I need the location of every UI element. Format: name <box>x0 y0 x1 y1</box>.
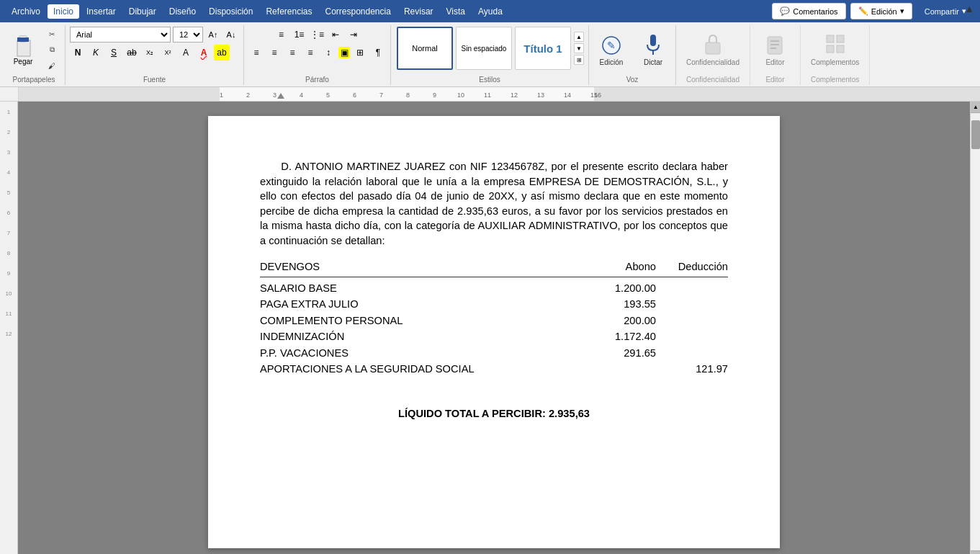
menu-disposicion[interactable]: Disposición <box>203 4 259 19</box>
menu-insertar[interactable]: Insertar <box>81 4 122 19</box>
edicion-icon: ✎ <box>600 34 623 57</box>
menu-referencias[interactable]: Referencias <box>260 4 318 19</box>
editor-button[interactable]: Editor <box>757 31 793 69</box>
pilcrow-button[interactable]: ¶ <box>370 45 386 61</box>
style-normal-label: Normal <box>412 44 437 53</box>
svg-rect-5 <box>650 35 656 46</box>
style-normal[interactable]: Normal <box>397 27 453 70</box>
menu-revisar[interactable]: Revisar <box>398 4 439 19</box>
style-titulo1[interactable]: Título 1 <box>515 27 571 70</box>
dictar-button[interactable]: Dictar <box>635 31 671 69</box>
svg-text:14: 14 <box>564 91 571 99</box>
document-paragraph[interactable]: D. ANTONIO MARTINEZ JUAREZ con NIF 12345… <box>260 159 728 248</box>
ribbon-group-estilos: Normal Sin espaciado Título 1 ▲ ▼ ⊞ Esti… <box>391 25 589 85</box>
align-left-button[interactable]: ≡ <box>248 45 264 61</box>
svg-text:8: 8 <box>406 91 410 99</box>
multilevel-button[interactable]: ⋮≡ <box>310 27 325 43</box>
format-painter-button[interactable]: 🖌 <box>43 58 60 73</box>
menu-inicio[interactable]: Inicio <box>48 4 79 19</box>
line-spacing-button[interactable]: ↕ <box>320 45 336 61</box>
strikethrough-button[interactable]: ab <box>124 45 140 61</box>
ribbon-group-complementos: Complementos Complementos <box>801 25 870 85</box>
vertical-scrollbar[interactable]: ▲ ▼ <box>970 102 980 554</box>
styles-expand[interactable]: ⊞ <box>574 55 584 65</box>
numbering-button[interactable]: 1≡ <box>292 27 307 43</box>
dictar-label: Dictar <box>644 58 662 66</box>
highlight-button[interactable]: ab <box>214 45 230 61</box>
style-sin-espaciado-label: Sin espaciado <box>462 45 507 53</box>
styles-scroll-down[interactable]: ▼ <box>574 43 584 53</box>
edicion-button[interactable]: ✎ Edición <box>593 31 629 69</box>
svg-text:2: 2 <box>246 91 250 99</box>
complementos-icon <box>824 34 847 57</box>
bold-button[interactable]: N <box>70 45 86 61</box>
menu-ayuda[interactable]: Ayuda <box>472 4 508 19</box>
svg-marker-33 <box>277 93 284 99</box>
underline-button[interactable]: S <box>106 45 122 61</box>
col-devengos-header: DEVENGOS <box>260 259 584 274</box>
menu-bar: Archivo Inicio Insertar Dibujar Diseño D… <box>0 0 980 22</box>
table-row: PAGA EXTRA JULIO 193.55 <box>260 296 728 313</box>
ribbon-group-parrafo: ≡ 1≡ ⋮≡ ⇤ ⇥ ≡ ≡ ≡ ≡ ↕ ▣ ⊞ ¶ Párrafo <box>244 25 391 85</box>
confidencialidad-icon <box>701 34 724 57</box>
align-right-button[interactable]: ≡ <box>284 45 300 61</box>
superscript-button[interactable]: X² <box>160 45 176 61</box>
borders-button[interactable]: ⊞ <box>352 45 368 61</box>
editor-icon <box>763 34 786 57</box>
styles-scroll: ▲ ▼ ⊞ <box>574 32 584 65</box>
comment-icon: 💬 <box>780 6 790 16</box>
table-row: P.P. VACACIONES 291.65 <box>260 345 728 362</box>
copy-button[interactable]: ⧉ <box>43 43 60 57</box>
increase-font-button[interactable]: A↑ <box>205 27 221 43</box>
font-size-selector[interactable]: 12 <box>173 27 203 43</box>
svg-text:12: 12 <box>511 91 518 99</box>
svg-text:3: 3 <box>273 91 277 99</box>
styles-scroll-up[interactable]: ▲ <box>574 32 584 42</box>
svg-rect-14 <box>827 45 834 53</box>
menu-dibujar[interactable]: Dibujar <box>123 4 162 19</box>
subscript-button[interactable]: X₂ <box>142 45 158 61</box>
ruler-scale: 1 2 3 4 5 6 7 8 9 10 11 12 13 14 15 16 <box>18 87 980 101</box>
font-color-button[interactable]: A <box>196 45 212 61</box>
document-area[interactable]: D. ANTONIO MARTINEZ JUAREZ con NIF 12345… <box>18 102 970 554</box>
complementos-label: Complementos <box>811 58 859 66</box>
col-abono-header: Abono <box>584 259 656 274</box>
style-sin-espaciado[interactable]: Sin espaciado <box>456 27 512 70</box>
bullets-button[interactable]: ≡ <box>274 27 289 43</box>
svg-rect-7 <box>706 43 720 54</box>
font-name-selector[interactable]: Arial <box>70 27 171 43</box>
shading-button[interactable]: ▣ <box>338 47 350 58</box>
svg-text:6: 6 <box>353 91 356 99</box>
confidencialidad-button[interactable]: Confidencialidad <box>680 31 745 69</box>
estilos-label: Estilos <box>479 73 500 84</box>
svg-text:11: 11 <box>484 91 491 99</box>
menu-archivo[interactable]: Archivo <box>6 4 46 19</box>
comments-button[interactable]: 💬 Comentarios <box>772 3 845 19</box>
scroll-up-button[interactable]: ▲ <box>971 102 980 113</box>
increase-indent-button[interactable]: ⇥ <box>346 27 361 43</box>
menu-vista[interactable]: Vista <box>441 4 471 19</box>
menu-correspondencia[interactable]: Correspondencia <box>319 4 396 19</box>
table-row: COMPLEMENTO PERSONAL 200.00 <box>260 313 728 329</box>
scroll-thumb[interactable] <box>971 120 980 149</box>
complementos-button[interactable]: Complementos <box>805 31 865 69</box>
svg-text:7: 7 <box>379 91 383 99</box>
menu-diseno[interactable]: Diseño <box>163 4 202 19</box>
svg-rect-12 <box>827 35 834 43</box>
paste-label: Pegar <box>14 58 33 66</box>
editor-group-label: Editor <box>765 73 784 84</box>
svg-text:10: 10 <box>457 91 464 99</box>
clear-format-button[interactable]: A <box>178 45 194 61</box>
decrease-indent-button[interactable]: ⇤ <box>328 27 343 43</box>
scroll-down-button[interactable]: ▼ <box>971 550 980 554</box>
svg-text:1: 1 <box>220 91 223 99</box>
italic-button[interactable]: K <box>88 45 104 61</box>
justify-button[interactable]: ≡ <box>302 45 318 61</box>
align-center-button[interactable]: ≡ <box>266 45 282 61</box>
decrease-font-button[interactable]: A↓ <box>223 27 239 43</box>
cut-button[interactable]: ✂ <box>43 27 60 41</box>
collapse-ribbon-button[interactable]: ▲ <box>964 3 974 14</box>
paste-button[interactable]: Pegar <box>7 32 39 68</box>
edition-button[interactable]: ✏️ Edición ▾ <box>850 3 912 19</box>
ribbon-group-portapapeles: Pegar ✂ ⧉ 🖌 Portapapeles <box>3 25 66 85</box>
